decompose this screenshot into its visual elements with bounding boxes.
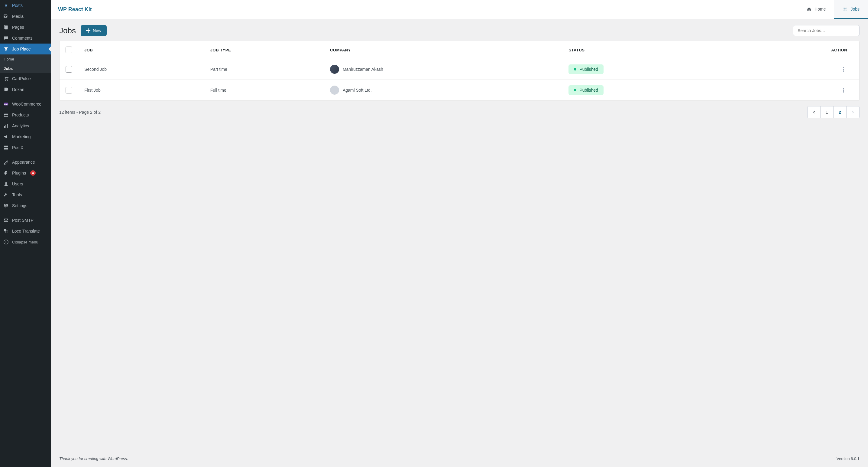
company-name: Agami Soft Ltd. [343,88,372,92]
translate-icon [3,228,9,234]
plugins-icon [3,170,9,176]
pagination-info: 12 items - Page 2 of 2 [59,110,101,115]
jobs-table: JOB JOB TYPE COMPANY STATUS ACTION Secon… [59,41,860,101]
col-status: STATUS [562,41,735,59]
collapse-label: Collapse menu [12,240,38,244]
svg-point-27 [4,240,8,244]
sidebar-item-marketing[interactable]: Marketing [0,131,51,142]
sidebar-item-pages[interactable]: Pages [0,22,51,33]
sidebar-item-loco-translate[interactable]: Loco Translate [0,226,51,236]
svg-rect-14 [6,146,8,147]
table-footer: 12 items - Page 2 of 2 < 1 2 > [59,106,860,118]
row-checkbox[interactable] [66,66,72,72]
svg-rect-10 [4,126,5,128]
submenu-item-jobs[interactable]: Jobs [0,64,51,73]
settings-icon [3,203,9,209]
svg-rect-24 [4,219,8,222]
footer-version: Version 6.0.1 [837,457,860,461]
svg-rect-15 [4,148,6,149]
table-row: First Job Full time Agami Soft Ltd. [60,80,859,101]
row-checkbox[interactable] [66,87,72,93]
status-dot-icon [574,89,576,91]
svg-text:woo: woo [4,103,8,105]
row-action-button[interactable] [840,66,847,73]
sidebar-item-appearance[interactable]: Appearance [0,157,51,168]
sidebar-item-label: Pages [12,25,24,30]
pagination-prev[interactable]: < [807,106,820,118]
sidebar-item-media[interactable]: Media [0,11,51,22]
tab-home[interactable]: Home [798,0,834,19]
submenu-item-home[interactable]: Home [0,54,51,64]
products-icon [3,112,9,118]
col-company: COMPANY [324,41,563,59]
page-title: Jobs [59,26,76,35]
svg-point-34 [843,70,844,72]
cell-job-type: Part time [204,59,324,80]
dokan-icon [3,87,9,92]
select-all-checkbox[interactable] [66,47,72,53]
sidebar-item-analytics[interactable]: Analytics [0,120,51,131]
more-vertical-icon [843,88,844,92]
sidebar-item-dokan[interactable]: Dokan [0,84,51,95]
sidebar-item-products[interactable]: Products [0,110,51,120]
sidebar-item-plugins[interactable]: Plugins 4 [0,168,51,178]
col-job-type: JOB TYPE [204,41,324,59]
sidebar-item-job-place[interactable]: Job Place [0,43,51,54]
tab-jobs[interactable]: Jobs [834,0,868,19]
status-badge: Published [568,64,603,74]
svg-point-22 [6,205,7,206]
sidebar-item-post-smtp[interactable]: Post SMTP [0,215,51,226]
company-name: Maniruzzaman Akash [343,67,383,72]
collapse-menu[interactable]: Collapse menu [0,236,51,247]
pagination: < 1 2 > [807,106,860,118]
col-job: JOB [78,41,204,59]
plugins-badge: 4 [30,170,36,176]
content-area: Jobs New JOB JOB TYPE COMPANY [51,19,868,467]
new-button[interactable]: New [81,25,107,36]
users-icon [3,181,9,187]
svg-point-23 [5,206,6,207]
svg-point-4 [5,80,6,81]
sidebar-item-label: Users [12,181,23,186]
sidebar-item-posts[interactable]: Posts [0,0,51,11]
jobs-icon [843,7,847,11]
topbar-tabs: Home Jobs [798,0,868,19]
pagination-page-2[interactable]: 2 [833,106,846,118]
cell-job: Second Job [78,59,204,80]
sidebar-item-woocommerce[interactable]: woo WooCommerce [0,98,51,110]
sidebar-item-tools[interactable]: Tools [0,189,51,200]
page-footer: Thank you for creating with WordPress. V… [59,452,860,461]
search-input[interactable] [793,25,860,36]
svg-point-33 [843,69,844,70]
svg-point-32 [843,67,844,68]
cell-company: Agami Soft Ltd. [330,86,557,95]
sidebar-item-users[interactable]: Users [0,178,51,189]
pagination-page-1[interactable]: 1 [820,106,834,118]
sidebar-item-cartpulse[interactable]: CartPulse [0,73,51,84]
status-badge: Published [568,85,603,95]
status-label: Published [579,88,598,92]
pagination-next[interactable]: > [846,106,860,118]
plus-icon [86,28,90,33]
sidebar-item-label: Marketing [12,134,31,139]
svg-point-36 [843,90,844,91]
sidebar-item-label: Posts [12,3,23,8]
cell-job: First Job [78,80,204,101]
avatar [330,65,339,74]
avatar [330,86,339,95]
pages-icon [3,24,9,30]
new-button-label: New [93,28,101,33]
sidebar-item-label: CartPulse [12,76,31,81]
sidebar-item-label: PostX [12,145,23,150]
svg-point-21 [5,204,6,205]
svg-rect-9 [4,114,8,115]
more-vertical-icon [843,67,844,72]
sidebar-item-comments[interactable]: Comments [0,33,51,43]
row-action-button[interactable] [840,87,847,94]
tab-label: Jobs [850,7,860,11]
svg-rect-3 [5,26,7,30]
sidebar-item-postx[interactable]: PostX [0,142,51,153]
sidebar-item-label: Analytics [12,123,29,128]
comments-icon [3,35,9,41]
sidebar-item-settings[interactable]: Settings [0,200,51,211]
